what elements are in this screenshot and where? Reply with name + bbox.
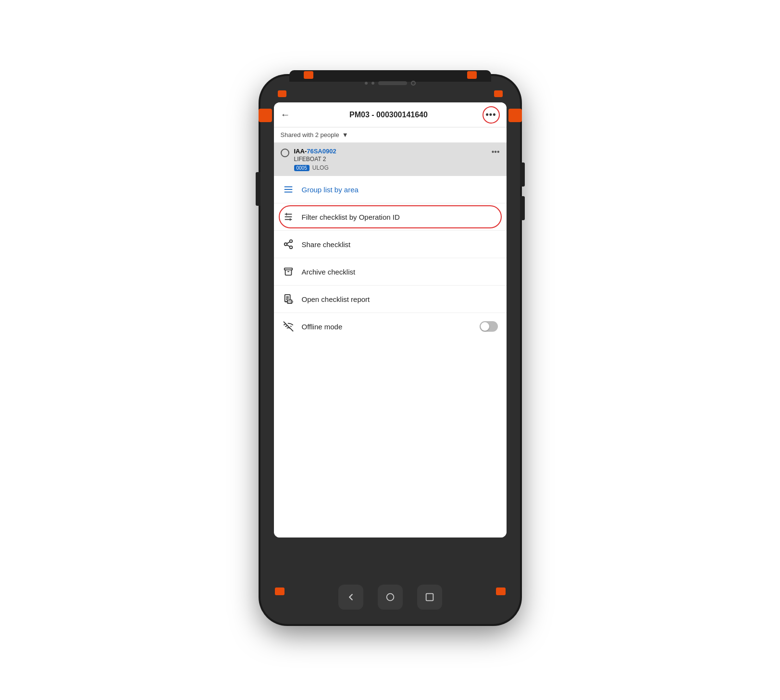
tag-badge: 0005 bbox=[294, 165, 310, 171]
menu-item-filter-checklist[interactable]: Filter checklist by Operation ID bbox=[274, 203, 507, 231]
menu-item-archive-checklist[interactable]: Archive checklist bbox=[274, 258, 507, 286]
dropdown-menu: Group list by area bbox=[274, 176, 507, 538]
menu-item-group-list[interactable]: Group list by area bbox=[274, 176, 507, 203]
toggle-knob bbox=[481, 322, 489, 331]
nav-home-button[interactable] bbox=[378, 585, 403, 610]
front-camera bbox=[411, 81, 416, 86]
menu-item-open-report[interactable]: PDF Open checklist report bbox=[274, 286, 507, 313]
offline-icon bbox=[283, 321, 294, 332]
svg-line-12 bbox=[286, 242, 289, 244]
screen: ← PM03 - 000300141640 ••• Shared with 2 … bbox=[274, 102, 507, 538]
list-item[interactable]: IAA-76SA0902 LIFEBOAT 2 0005 ULOG ••• bbox=[274, 143, 507, 176]
header-title: PM03 - 000300141640 bbox=[295, 111, 483, 119]
svg-point-9 bbox=[284, 243, 287, 246]
bottom-orange-accent-left bbox=[275, 588, 285, 595]
group-list-label: Group list by area bbox=[302, 186, 498, 194]
nav-bar bbox=[338, 585, 442, 610]
svg-text:PDF: PDF bbox=[288, 300, 294, 303]
top-orange-accent-left bbox=[278, 90, 286, 97]
filter-icon bbox=[283, 211, 294, 223]
svg-rect-13 bbox=[284, 268, 292, 270]
app-header: ← PM03 - 000300141640 ••• bbox=[274, 102, 507, 127]
top-detail bbox=[365, 81, 416, 86]
menu-item-offline-mode[interactable]: Offline mode bbox=[274, 313, 507, 340]
item-tags: 0005 ULOG bbox=[294, 164, 487, 171]
open-report-label: Open checklist report bbox=[302, 295, 498, 303]
indicator-dot-2 bbox=[371, 82, 374, 85]
archive-icon bbox=[283, 266, 294, 277]
indicator-dot-1 bbox=[365, 82, 368, 85]
bottom-orange-accent-right bbox=[496, 588, 506, 595]
nav-back-button[interactable] bbox=[338, 585, 363, 610]
svg-line-11 bbox=[286, 245, 289, 247]
speaker-bar bbox=[378, 81, 407, 85]
svg-point-23 bbox=[386, 594, 394, 601]
offline-mode-label: Offline mode bbox=[302, 323, 472, 331]
item-info: IAA-76SA0902 LIFEBOAT 2 0005 ULOG bbox=[294, 148, 487, 171]
phone-shell: ← PM03 - 000300141640 ••• Shared with 2 … bbox=[260, 76, 520, 624]
menu-item-share-checklist[interactable]: Share checklist bbox=[274, 231, 507, 258]
item-id-prefix: IAA- bbox=[294, 148, 307, 155]
side-button-right-bottom[interactable] bbox=[520, 196, 525, 220]
more-menu-button[interactable]: ••• bbox=[483, 106, 500, 124]
svg-rect-24 bbox=[426, 594, 433, 601]
item-id: IAA-76SA0902 bbox=[294, 148, 487, 155]
archive-checklist-label: Archive checklist bbox=[302, 268, 498, 276]
shared-text: Shared with 2 people bbox=[281, 131, 339, 138]
svg-point-10 bbox=[289, 246, 292, 249]
filter-checklist-label: Filter checklist by Operation ID bbox=[302, 213, 498, 221]
share-icon bbox=[283, 238, 294, 250]
tag-label: ULOG bbox=[312, 164, 329, 171]
top-bumper bbox=[289, 70, 491, 82]
chevron-down-icon: ▼ bbox=[342, 131, 348, 138]
top-orange-accent-right bbox=[494, 90, 503, 97]
scene: ← PM03 - 000300141640 ••• Shared with 2 … bbox=[0, 0, 780, 700]
back-button[interactable]: ← bbox=[281, 109, 290, 120]
nav-recents-button[interactable] bbox=[417, 585, 442, 610]
report-icon: PDF bbox=[283, 293, 294, 305]
item-name: LIFEBOAT 2 bbox=[294, 156, 487, 162]
offline-toggle[interactable] bbox=[480, 321, 498, 332]
svg-point-8 bbox=[289, 240, 292, 243]
item-more-button[interactable]: ••• bbox=[492, 148, 500, 156]
item-id-bold: 76SA0902 bbox=[307, 148, 336, 155]
screen-bezel: ← PM03 - 000300141640 ••• Shared with 2 … bbox=[274, 102, 507, 538]
side-button-right-top[interactable] bbox=[520, 162, 525, 187]
side-button-left[interactable] bbox=[256, 172, 260, 206]
list-icon bbox=[283, 184, 294, 195]
shared-row[interactable]: Shared with 2 people ▼ bbox=[274, 127, 507, 143]
share-checklist-label: Share checklist bbox=[302, 240, 498, 249]
radio-button[interactable] bbox=[281, 149, 289, 157]
